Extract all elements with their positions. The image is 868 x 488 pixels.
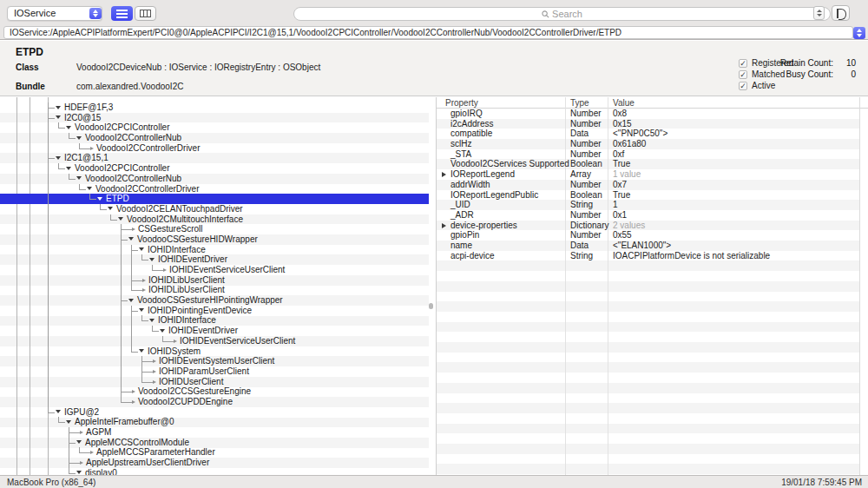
- tree-row[interactable]: AppleMCCSControlModule: [0, 438, 429, 448]
- search-input[interactable]: Search: [293, 7, 831, 21]
- tree-row[interactable]: display0: [0, 468, 429, 475]
- disclosure-triangle-icon[interactable]: [97, 197, 102, 201]
- tree-guide: [48, 295, 49, 306]
- property-row[interactable]: _STANumber0xf: [437, 149, 859, 160]
- property-row[interactable]: IOReportLegendArray1 value: [437, 169, 859, 180]
- disclosure-triangle-icon[interactable]: [56, 115, 61, 119]
- disclosure-triangle-icon[interactable]: [128, 299, 134, 302]
- disclosure-triangle-icon[interactable]: [139, 349, 144, 353]
- tree-row[interactable]: IOHIDInterface: [0, 315, 429, 326]
- disclosure-triangle-icon[interactable]: [56, 156, 61, 160]
- tree-row[interactable]: VoodooCSGestureHIDWrapper: [0, 234, 429, 245]
- disclosure-triangle-icon[interactable]: [442, 172, 446, 177]
- property-row[interactable]: addrWidthNumber0x7: [437, 180, 859, 190]
- property-row[interactable]: gpioPinNumber0x55: [437, 230, 859, 241]
- tree-row[interactable]: VoodooI2CPCIController: [0, 122, 429, 133]
- tree-scrollbar-thumb[interactable]: [429, 303, 433, 309]
- inspector-toggle-button[interactable]: [832, 5, 850, 21]
- disclosure-triangle-icon[interactable]: [118, 217, 123, 221]
- list-view-button[interactable]: [111, 6, 133, 21]
- plane-dropdown[interactable]: IOService: [7, 6, 102, 21]
- checkbox[interactable]: ✓: [739, 82, 747, 90]
- disclosure-triangle-icon[interactable]: [128, 237, 134, 241]
- tree-row[interactable]: ETPD: [0, 194, 429, 204]
- disclosure-triangle-icon[interactable]: [139, 308, 144, 312]
- property-row[interactable]: compatibleData<"PNP0C50">: [437, 129, 859, 139]
- disclosure-triangle-icon[interactable]: [139, 247, 144, 251]
- tree-row-label: IOHIDUserClient: [159, 377, 223, 387]
- property-row[interactable]: IOReportLegendPublicBooleanTrue: [437, 190, 859, 201]
- tree-row[interactable]: AppleIntelFramebuffer@0: [0, 417, 429, 427]
- tree-row[interactable]: IOHIDSystem: [0, 346, 429, 357]
- path-field[interactable]: IOService:/AppleACPIPlatformExpert/PCI0@…: [3, 26, 853, 39]
- property-row[interactable]: _ADRNumber0x1: [437, 210, 859, 221]
- disclosure-triangle-icon[interactable]: [56, 106, 61, 109]
- column-header-property[interactable]: Property: [445, 98, 478, 108]
- tree-connector: [48, 158, 55, 159]
- disclosure-triangle-icon[interactable]: [66, 420, 71, 424]
- tree-row[interactable]: VoodooI2CControllerDriver: [0, 143, 429, 154]
- disclosure-triangle-icon[interactable]: [76, 176, 82, 180]
- property-row[interactable]: VoodooI2CServices SupportedBooleanTrue: [437, 159, 859, 169]
- tree-row[interactable]: IOHIDEventServiceUserClient: [0, 336, 429, 346]
- tree-row[interactable]: IGPU@2: [0, 407, 429, 418]
- tree-row[interactable]: AppleMCCSParameterHandler: [0, 447, 429, 458]
- tree-row[interactable]: HDEF@1F,3: [0, 102, 429, 113]
- tree-row[interactable]: IOHIDEventServiceUserClient: [0, 265, 429, 275]
- checkbox[interactable]: ✓: [739, 59, 747, 68]
- tree-row[interactable]: VoodooI2CControllerDriver: [0, 184, 429, 195]
- tree-row[interactable]: CSGestureScroll: [0, 224, 429, 234]
- disclosure-triangle-icon[interactable]: [66, 167, 71, 170]
- tree-row[interactable]: IOHIDUserClient: [0, 377, 429, 387]
- disclosure-triangle-icon[interactable]: [87, 187, 92, 190]
- property-row[interactable]: _UIDString1: [437, 200, 859, 210]
- tree-row[interactable]: VoodooI2CELANTouchpadDriver: [0, 204, 429, 214]
- disclosure-triangle-icon[interactable]: [66, 126, 71, 129]
- tree-row[interactable]: VoodooI2CMultitouchInterface: [0, 214, 429, 225]
- column-view-button[interactable]: [135, 6, 156, 21]
- count-row: Retain Count:10: [764, 57, 856, 69]
- tree-row[interactable]: IOHIDPointingEventDevice: [0, 306, 429, 316]
- disclosure-triangle-icon[interactable]: [76, 471, 82, 474]
- tree-row[interactable]: IOHIDEventDriver: [0, 326, 429, 336]
- tree-row[interactable]: IOHIDInterface: [0, 245, 429, 255]
- property-row[interactable]: sclHzNumber0x61a80: [437, 139, 859, 149]
- property-row[interactable]: gpioIRQNumber0x8: [437, 109, 859, 119]
- tree-row[interactable]: VoodooI2CUPDDEngine: [0, 397, 429, 407]
- disclosure-triangle-icon[interactable]: [149, 319, 155, 322]
- tree-row[interactable]: IOHIDParamUserClient: [0, 366, 429, 377]
- disclosure-triangle-icon[interactable]: [149, 258, 155, 261]
- disclosure-triangle-icon[interactable]: [442, 223, 446, 228]
- tree-row[interactable]: I2C0@15: [0, 113, 429, 123]
- count-row: Busy Count:0: [764, 69, 856, 80]
- disclosure-triangle-icon[interactable]: [160, 329, 165, 333]
- disclosure-triangle-icon[interactable]: [56, 410, 61, 413]
- tree-row[interactable]: AppleUpstreamUserClientDriver: [0, 458, 429, 468]
- tree-row[interactable]: VoodooI2CControllerNub: [0, 133, 429, 143]
- column-header-value[interactable]: Value: [613, 98, 635, 108]
- property-row[interactable]: i2cAddressNumber0x15: [437, 119, 859, 129]
- dropdown-stepper-icon[interactable]: [89, 8, 102, 19]
- tree-row[interactable]: IOHIDLibUserClient: [0, 275, 429, 286]
- tree-row[interactable]: IOHIDLibUserClient: [0, 285, 429, 295]
- leaf-arrow-icon: [132, 400, 135, 404]
- property-row[interactable]: nameData<"ELAN1000">: [437, 241, 859, 251]
- disclosure-triangle-icon[interactable]: [76, 440, 82, 444]
- property-row[interactable]: device-propertiesDictionary2 values: [437, 221, 859, 231]
- tree-row-label: IOHIDParamUserClient: [159, 366, 249, 377]
- tree-row[interactable]: IOHIDEventDriver: [0, 254, 429, 265]
- disclosure-triangle-icon[interactable]: [76, 136, 82, 140]
- disclosure-triangle-icon[interactable]: [108, 207, 113, 210]
- tree-row[interactable]: VoodooCSGestureHIPointingWrapper: [0, 295, 429, 306]
- tree-row[interactable]: VoodooI2CCSGestureEngine: [0, 386, 429, 397]
- property-row[interactable]: acpi-deviceStringIOACPIPlatformDevice is…: [437, 251, 859, 261]
- column-header-type[interactable]: Type: [570, 98, 589, 108]
- tree-row[interactable]: VoodooI2CControllerNub: [0, 174, 429, 184]
- checkbox[interactable]: ✓: [739, 70, 747, 79]
- tree-row[interactable]: IOHIDEventSystemUserClient: [0, 356, 429, 366]
- path-stepper-icon[interactable]: [853, 27, 865, 39]
- tree-row[interactable]: AGPM: [0, 427, 429, 438]
- find-stepper[interactable]: [813, 6, 825, 20]
- tree-row[interactable]: VoodooI2CPCIController: [0, 163, 429, 174]
- tree-row[interactable]: I2C1@15,1: [0, 153, 429, 163]
